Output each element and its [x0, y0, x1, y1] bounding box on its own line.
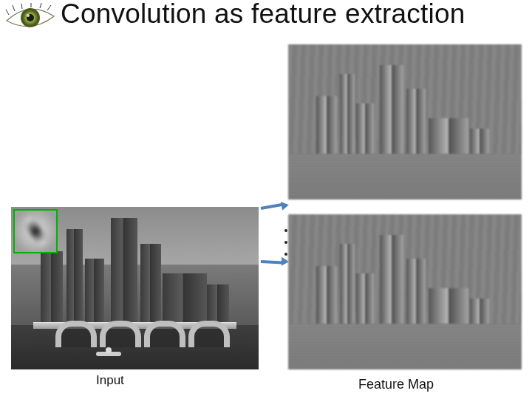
input-label: Input [96, 373, 124, 388]
svg-point-2 [27, 14, 30, 17]
feature-map-label: Feature Map [358, 377, 434, 392]
page-title: Convolution as feature extraction [61, 0, 466, 30]
ellipsis-dot [284, 241, 287, 244]
eye-icon [4, 3, 56, 33]
ellipsis-dot [284, 253, 287, 256]
feature-map-image [288, 214, 522, 369]
feature-map-image [288, 44, 522, 200]
convolution-kernel [13, 209, 58, 253]
ellipsis-dot [284, 229, 287, 232]
